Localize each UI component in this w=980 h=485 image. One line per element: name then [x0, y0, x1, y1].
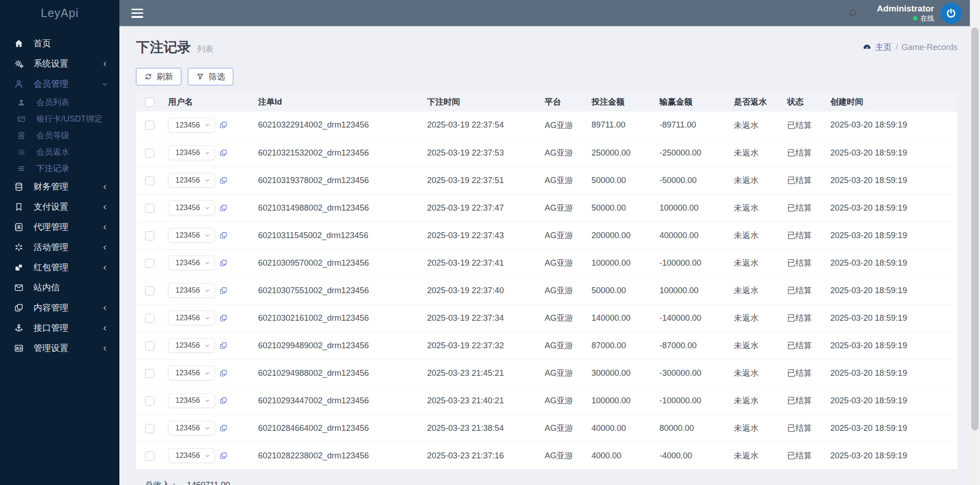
- home-icon: [14, 39, 24, 49]
- sidebar-item-member-mgmt[interactable]: 会员管理: [0, 74, 119, 94]
- row-checkbox[interactable]: [145, 121, 154, 130]
- username-select[interactable]: 123456: [168, 366, 215, 380]
- username-select[interactable]: 123456: [168, 448, 215, 463]
- platform: AG亚游: [545, 396, 573, 405]
- copy-icon[interactable]: [219, 452, 228, 460]
- row-checkbox[interactable]: [145, 424, 154, 433]
- sidebar-item-label: 代理管理: [34, 221, 68, 233]
- sidebar-item-label: 财务管理: [34, 181, 68, 193]
- sidebar-item-agent-mgmt[interactable]: 代理管理: [0, 217, 119, 237]
- row-checkbox[interactable]: [145, 231, 154, 240]
- table-row: 12345660210294988002_drm1234562025-03-23…: [136, 359, 957, 387]
- copy-icon[interactable]: [219, 369, 228, 378]
- copy-icon[interactable]: [219, 149, 228, 157]
- username-select[interactable]: 123456: [168, 311, 215, 325]
- row-checkbox[interactable]: [145, 341, 154, 351]
- select-chevron-icon: [204, 150, 210, 156]
- copy-icon[interactable]: [219, 286, 228, 295]
- rebate-status: 未返水: [734, 203, 759, 212]
- total-income: 总收入： 1460711.00: [136, 479, 957, 485]
- username-select[interactable]: 123456: [168, 338, 215, 353]
- row-checkbox[interactable]: [145, 259, 154, 268]
- row-checkbox[interactable]: [145, 149, 154, 158]
- select-all-checkbox[interactable]: [145, 98, 154, 107]
- breadcrumb-home-link[interactable]: 主页: [875, 42, 892, 53]
- breadcrumb-separator: /: [896, 43, 898, 52]
- topbar: Administrator 在线: [119, 0, 970, 26]
- username-select[interactable]: 123456: [168, 201, 215, 215]
- row-checkbox[interactable]: [145, 176, 154, 185]
- sidebar-item-payment-settings[interactable]: 支付设置: [0, 197, 119, 217]
- row-checkbox[interactable]: [145, 314, 154, 323]
- note-id: 60210319378002_drm123456: [258, 176, 369, 185]
- select-chevron-icon: [204, 343, 210, 349]
- copy-icon[interactable]: [219, 121, 228, 129]
- copy-icon[interactable]: [219, 231, 228, 240]
- username-select[interactable]: 123456: [168, 421, 215, 435]
- username-value: 123456: [175, 149, 200, 157]
- sidebar-item-api-mgmt[interactable]: 接口管理: [0, 318, 119, 338]
- sidebar-item-admin-settings[interactable]: 管理设置: [0, 338, 119, 358]
- bet-amount: 200000.00: [591, 231, 631, 240]
- sidebar-item-bet-records[interactable]: 下注记录: [0, 160, 119, 177]
- records-table-card: 用户名注单Id下注时间平台投注金额输赢金额是否返水状态创建时间 12345660…: [136, 92, 957, 469]
- created-time: 2025-03-20 18:59:19: [830, 203, 907, 212]
- note-id: 60210294988002_drm123456: [258, 368, 369, 378]
- sidebar-item-bank-usdt-bind[interactable]: 银行卡/USDT绑定: [0, 111, 119, 127]
- copy-icon[interactable]: [219, 259, 228, 268]
- username-select[interactable]: 123456: [168, 118, 215, 133]
- anchor-icon: [14, 323, 24, 333]
- rebate-status: 未返水: [734, 121, 759, 130]
- bet-time: 2025-03-19 22:37:51: [427, 176, 504, 185]
- sidebar-item-member-list[interactable]: 会员列表: [0, 94, 119, 111]
- sidebar-item-member-rebate[interactable]: 会员返水: [0, 144, 119, 160]
- sidebar-item-activity-mgmt[interactable]: 活动管理: [0, 237, 119, 257]
- username-select[interactable]: 123456: [168, 393, 215, 408]
- row-checkbox[interactable]: [145, 369, 154, 378]
- logout-button[interactable]: [941, 3, 962, 24]
- sidebar-item-content-mgmt[interactable]: 内容管理: [0, 298, 119, 318]
- sidebar-item-finance-mgmt[interactable]: 财务管理: [0, 177, 119, 197]
- username-select[interactable]: 123456: [168, 145, 215, 160]
- row-checkbox[interactable]: [145, 396, 154, 406]
- settle-status: 已结算: [787, 231, 812, 240]
- sidebar-item-site-mail[interactable]: 站内信: [0, 278, 119, 298]
- note-id: 60210299489002_drm123456: [258, 341, 369, 350]
- refresh-button[interactable]: 刷新: [136, 68, 181, 85]
- sidebar-item-member-level[interactable]: 会员等级: [0, 127, 119, 144]
- copy-icon[interactable]: [219, 396, 228, 405]
- breadcrumb-current: Game-Records: [901, 43, 957, 52]
- username-select[interactable]: 123456: [168, 256, 215, 270]
- cubes-icon: [14, 262, 24, 273]
- filter-button[interactable]: 筛选: [188, 68, 233, 85]
- row-checkbox[interactable]: [145, 286, 154, 295]
- username-select[interactable]: 123456: [168, 283, 215, 298]
- page-scrollbar-track[interactable]: [970, 0, 980, 485]
- copy-icon[interactable]: [219, 314, 228, 323]
- page-scrollbar-thumb[interactable]: [971, 28, 979, 430]
- copy-icon[interactable]: [219, 204, 228, 212]
- username-value: 123456: [175, 259, 200, 267]
- sidebar-item-label: 首页: [34, 38, 51, 50]
- copy-icon[interactable]: [219, 424, 228, 433]
- settle-status: 已结算: [787, 286, 812, 295]
- sidebar-item-redpacket-mgmt[interactable]: 红包管理: [0, 257, 119, 278]
- platform: AG亚游: [545, 203, 573, 212]
- bell-icon[interactable]: [847, 8, 858, 19]
- settle-status: 已结算: [787, 258, 812, 268]
- username-select[interactable]: 123456: [168, 173, 215, 188]
- settle-status: 已结算: [787, 451, 812, 460]
- win-loss-amount: 100000.00: [659, 286, 698, 295]
- sidebar-item-home[interactable]: 首页: [0, 33, 119, 54]
- id-badge-icon: [17, 131, 26, 140]
- row-checkbox[interactable]: [145, 452, 154, 461]
- menu-toggle-icon[interactable]: [131, 9, 143, 18]
- sidebar-item-system-settings[interactable]: 系统设置: [0, 54, 119, 74]
- username-value: 123456: [175, 314, 200, 322]
- copy-icon[interactable]: [219, 341, 228, 350]
- row-checkbox[interactable]: [145, 204, 154, 213]
- platform: AG亚游: [545, 121, 573, 130]
- bet-amount: 100000.00: [591, 258, 631, 268]
- copy-icon[interactable]: [219, 176, 228, 185]
- username-select[interactable]: 123456: [168, 228, 215, 243]
